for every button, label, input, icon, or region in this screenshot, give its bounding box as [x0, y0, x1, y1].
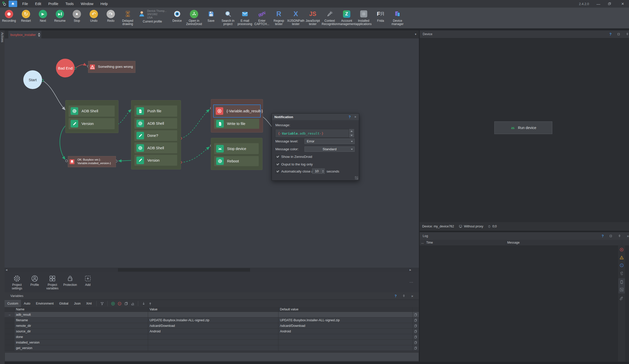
dialog-resize-grip[interactable]	[355, 176, 358, 180]
start-node[interactable]: Start	[23, 70, 42, 89]
notify-node-okver[interactable]: OK: Busybox ver.{-Variable.installed_ver…	[68, 156, 116, 167]
menu-file[interactable]: File	[19, 0, 32, 8]
vars-move-down-button[interactable]	[140, 301, 147, 307]
vars-tab-xml[interactable]: Xml	[84, 300, 95, 307]
restore-button[interactable]	[608, 2, 613, 6]
variable-default[interactable]: /sdcard/Download	[278, 323, 413, 328]
pin-icon[interactable]	[626, 33, 629, 36]
variable-default[interactable]	[278, 312, 413, 317]
log-info-button[interactable]	[619, 263, 624, 268]
toolbar-delayed-drawing-button[interactable]: Delayed drawing	[119, 8, 136, 26]
variable-row-adb_result[interactable]: →adb_result	[5, 312, 419, 317]
show-in-zennodroid-checkbox[interactable]	[276, 155, 280, 159]
copy-icon[interactable]	[413, 317, 419, 323]
menu-edit[interactable]: Edit	[32, 0, 45, 8]
variable-value[interactable]: UPDATE-Busybox.Installer-ALL-signed.zip	[148, 317, 278, 323]
flow-group-g3[interactable]: {-Variable.adb_result-}Write to file	[211, 99, 263, 133]
toolbar-open-zennodroid-button[interactable]: Open in ZennoDroid	[186, 8, 202, 26]
actions-side-strip[interactable]: Actions	[0, 30, 5, 364]
variable-row-get_version[interactable]: get_version	[5, 345, 419, 351]
log-expand-button[interactable]	[619, 287, 624, 292]
message-scroll-spinner[interactable]	[349, 129, 354, 137]
toolbar-account-management-button[interactable]: ZAccount management	[338, 8, 355, 26]
log-list[interactable]	[420, 245, 629, 362]
copy-icon[interactable]	[413, 334, 419, 339]
log-phone-button[interactable]	[619, 279, 624, 285]
toolbar-xjsonpath-button[interactable]: XX/JSONPath tester	[287, 8, 304, 26]
vars-tab-global[interactable]: Global	[56, 300, 71, 307]
copy-icon[interactable]	[413, 340, 419, 345]
help-icon[interactable]: ?	[395, 294, 397, 298]
variable-row-done[interactable]: done	[5, 334, 419, 340]
help-icon[interactable]: ?	[609, 32, 612, 36]
close-icon[interactable]: ×	[627, 234, 629, 238]
tab-close-icon[interactable]: ×	[38, 33, 40, 37]
close-icon[interactable]: ×	[411, 294, 413, 298]
variable-value[interactable]	[148, 334, 278, 339]
vars-add-button[interactable]	[110, 301, 116, 307]
variable-default[interactable]	[278, 334, 413, 339]
toolbar-undo-button[interactable]: ↶Undo	[85, 8, 102, 23]
vars-erase-button[interactable]	[129, 301, 136, 307]
variable-value[interactable]: Android	[148, 329, 278, 334]
log-broom-button[interactable]	[619, 296, 624, 301]
spin-up-icon[interactable]	[349, 129, 354, 133]
copy-icon[interactable]	[413, 312, 419, 317]
variable-value[interactable]: /sdcard/Download	[148, 323, 278, 328]
spin-down-icon[interactable]	[349, 133, 354, 137]
variable-name[interactable]: remote_dir	[14, 323, 148, 328]
variable-value[interactable]	[148, 340, 278, 345]
variable-name[interactable]: source_dir	[14, 329, 148, 334]
minimize-button[interactable]: —	[596, 2, 601, 6]
log-bucket-button[interactable]	[619, 270, 624, 276]
toolbar-email-button[interactable]: E-mail processing	[236, 8, 253, 26]
variable-default[interactable]	[278, 340, 413, 345]
projectbar-grid-button[interactable]: Project variables	[44, 272, 61, 290]
col-header-name[interactable]: Name	[14, 307, 148, 312]
home-button[interactable]	[9, 1, 17, 7]
toolbar-recording-button[interactable]: Recording	[1, 8, 17, 23]
menu-tools[interactable]: Tools	[62, 0, 77, 8]
bad-end-node[interactable]: Bad End	[56, 59, 75, 77]
toolbar-current-profile-button[interactable]: Derrick Thomp...3/9/1992USACurrent profi…	[136, 8, 169, 24]
copy-icon[interactable]	[413, 329, 419, 334]
message-color-select[interactable]: Standard	[305, 146, 355, 152]
flow-node-adb-shell[interactable]: ADB Shell	[134, 118, 177, 129]
toolbar-resume-button[interactable]: ▶Resume	[51, 8, 68, 23]
toolbar-captcha-button[interactable]: ggNEnter CAPTCH...	[253, 8, 270, 26]
canvas-horizontal-scrollbar[interactable]: ◀ ▶	[5, 268, 419, 272]
flow-group-g4[interactable]: Stop deviceReboot	[211, 138, 262, 170]
menu-help[interactable]: Help	[97, 0, 111, 8]
toolbar-redo-button[interactable]: ↷Redo	[102, 8, 119, 23]
flow-node-version[interactable]: Version	[134, 155, 177, 166]
autoclose-stepper[interactable]	[321, 169, 324, 174]
dialog-close-icon[interactable]: ×	[354, 115, 356, 119]
output-log-only-checkbox[interactable]	[276, 162, 280, 166]
toolbar-save-button[interactable]: Save	[202, 8, 219, 23]
pin-icon[interactable]	[618, 234, 621, 238]
dialog-help-icon[interactable]: ?	[349, 115, 351, 119]
projectbar-person-button[interactable]: Profile	[26, 272, 44, 287]
message-input[interactable]: {-Variable.adb_result-}	[275, 129, 349, 138]
dialog-title-bar[interactable]: Notification ? ×	[272, 114, 359, 120]
variable-default[interactable]: Android	[278, 329, 413, 334]
vars-move-up-button[interactable]	[147, 301, 153, 307]
projectbar-gear-button[interactable]: Project settings	[8, 272, 26, 290]
toolbar-frida-button[interactable]: FЯFrida	[372, 8, 389, 23]
variable-row-installed_version[interactable]: installed_version	[5, 340, 419, 345]
toolbar-stop-button[interactable]: ■Stop	[68, 8, 85, 23]
vars-filter-button[interactable]	[99, 301, 105, 307]
run-device-button[interactable]: Run device	[494, 121, 552, 134]
menu-profile[interactable]: Profile	[45, 0, 62, 8]
pin-icon[interactable]	[402, 294, 405, 298]
flow-node-adb-shell[interactable]: ADB Shell	[134, 142, 177, 153]
flow-group-g2[interactable]: Push fileADB ShellDone?ADB ShellVersion	[131, 100, 181, 169]
variable-row-filename[interactable]: filenameUPDATE-Busybox.Installer-ALL-sig…	[5, 317, 419, 323]
toolbar-js-tester-button[interactable]: JSJavaScript tester	[304, 8, 321, 26]
projectbar-add-button[interactable]: Add	[79, 272, 97, 287]
variables-horizontal-scrollbar[interactable]	[5, 352, 419, 361]
message-level-select[interactable]: Error	[305, 139, 355, 144]
close-button[interactable]: ×	[620, 1, 625, 7]
flow-node-stop-device[interactable]: Stop device	[214, 143, 259, 154]
vars-tab-custom[interactable]: Custom	[5, 300, 21, 307]
